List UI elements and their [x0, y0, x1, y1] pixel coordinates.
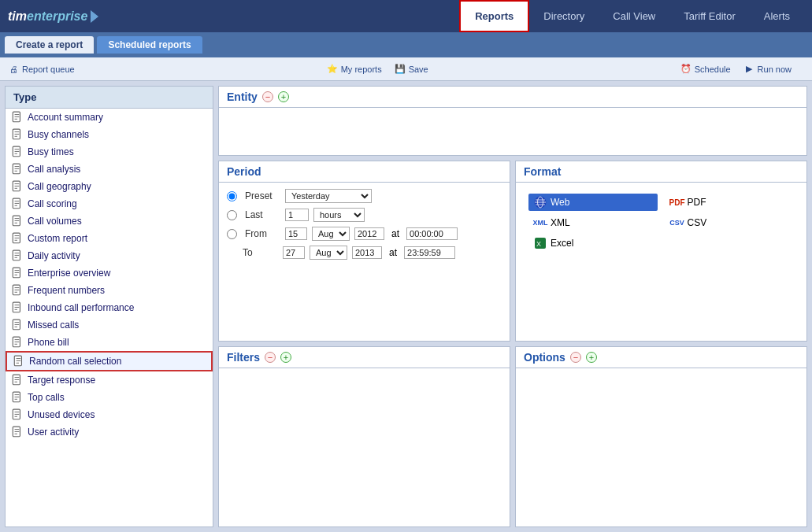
- excel-icon: X: [533, 237, 547, 249]
- star-icon: ⭐: [327, 64, 338, 75]
- item-label: Call analysis: [28, 164, 80, 175]
- format-pdf-label: PDF: [688, 197, 706, 208]
- from-row: From AugJanFebMar AprMayJunJul SepOctNov…: [227, 227, 502, 241]
- list-item-busy-times[interactable]: Busy times: [6, 143, 213, 161]
- from-time-input[interactable]: [406, 227, 458, 240]
- preset-radio[interactable]: [227, 191, 237, 201]
- nav-item-tariff-editor[interactable]: Tariff Editor: [669, 0, 750, 32]
- item-label: Frequent numbers: [28, 285, 105, 296]
- format-csv[interactable]: CSV CSV: [666, 214, 795, 231]
- format-pdf[interactable]: PDF PDF: [666, 194, 795, 211]
- list-item-unused-devices[interactable]: Unused devices: [6, 406, 213, 423]
- list-item-custom-report[interactable]: Custom report: [6, 230, 213, 247]
- logo-arrow-icon: [91, 10, 98, 23]
- from-date-input[interactable]: [285, 227, 307, 240]
- from-label: From: [245, 228, 280, 239]
- period-panel: Period Preset Yesterday Today This week …: [218, 161, 510, 342]
- to-month-select[interactable]: AugJanFebMar AprMayJunJul SepOctNovDec: [310, 246, 347, 260]
- to-time-input[interactable]: [404, 246, 455, 259]
- last-row: Last hours days weeks: [227, 208, 502, 222]
- list-item-busy-channels[interactable]: Busy channels: [6, 126, 213, 143]
- last-unit-select[interactable]: hours days weeks: [313, 208, 365, 222]
- list-item-top-calls[interactable]: Top calls: [6, 389, 213, 406]
- last-num-input[interactable]: [285, 209, 309, 221]
- item-label: Account summary: [28, 112, 103, 123]
- item-label: Busy times: [28, 146, 74, 157]
- options-body: [516, 368, 806, 526]
- format-grid: Web PDF PDF XML XML CSV CSV: [524, 189, 799, 257]
- list-item-random-call-selection[interactable]: Random call selection: [6, 351, 213, 371]
- filters-title: Filters: [227, 351, 260, 364]
- options-plus-icon[interactable]: +: [586, 352, 597, 363]
- logo-enterprise: enterprise: [27, 9, 87, 24]
- run-icon: ▶: [743, 64, 755, 75]
- nav-item-alerts[interactable]: Alerts: [750, 0, 804, 32]
- period-title: Period: [227, 165, 261, 178]
- from-month-select[interactable]: AugJanFebMar AprMayJunJul SepOctNovDec: [312, 227, 350, 241]
- my-reports-label: My reports: [341, 65, 382, 74]
- top-navigation: timenterprise Reports Directory Call Vie…: [0, 0, 812, 32]
- schedule-label: Schedule: [695, 65, 731, 74]
- entity-title: Entity: [227, 91, 258, 103]
- report-queue-button[interactable]: 🖨 Report queue: [8, 64, 75, 75]
- list-item-inbound-call-performance[interactable]: Inbound call performance: [6, 299, 213, 316]
- entity-plus-icon[interactable]: +: [278, 91, 289, 102]
- run-now-label: Run now: [758, 65, 792, 74]
- preset-select[interactable]: Yesterday Today This week Last week This…: [285, 189, 372, 203]
- tab-scheduled-reports[interactable]: Scheduled reports: [97, 36, 202, 54]
- from-year-input[interactable]: [354, 227, 384, 240]
- format-xml[interactable]: XML XML: [528, 214, 658, 231]
- app-logo: timenterprise: [8, 9, 98, 24]
- list-item-daily-activity[interactable]: Daily activity: [6, 247, 213, 264]
- schedule-button[interactable]: ⏰ Schedule: [680, 64, 731, 75]
- filters-plus-icon[interactable]: +: [280, 352, 291, 363]
- list-item-call-volumes[interactable]: Call volumes: [6, 212, 213, 230]
- item-label: Inbound call performance: [28, 302, 134, 313]
- period-body: Preset Yesterday Today This week Last we…: [219, 183, 510, 341]
- toolbar: 🖨 Report queue ⭐ My reports 💾 Save ⏰ Sch…: [0, 57, 812, 81]
- run-now-button[interactable]: ▶ Run now: [743, 64, 792, 75]
- document-icon: [12, 374, 23, 386]
- list-item-phone-bill[interactable]: Phone bill: [6, 334, 213, 351]
- format-excel[interactable]: X Excel: [528, 235, 658, 252]
- pdf-icon: PDF: [670, 196, 684, 209]
- tab-create-report[interactable]: Create a report: [5, 36, 94, 54]
- entity-minus-icon[interactable]: −: [262, 91, 273, 102]
- format-web[interactable]: Web: [528, 194, 658, 211]
- schedule-icon: ⏰: [680, 64, 691, 75]
- to-date-input[interactable]: [283, 246, 305, 259]
- list-item-call-geography[interactable]: Call geography: [6, 178, 213, 195]
- web-icon: [533, 196, 547, 209]
- list-item-call-scoring[interactable]: Call scoring: [6, 195, 213, 212]
- last-radio[interactable]: [227, 210, 237, 220]
- document-icon: [12, 232, 23, 245]
- save-button[interactable]: 💾 Save: [395, 64, 428, 75]
- item-label: User activity: [28, 427, 79, 438]
- list-item-enterprise-overview[interactable]: Enterprise overview: [6, 264, 213, 282]
- list-item-missed-calls[interactable]: Missed calls: [6, 316, 213, 334]
- to-label: To: [243, 247, 278, 258]
- filters-minus-icon[interactable]: −: [265, 352, 276, 363]
- document-icon: [12, 180, 23, 193]
- list-item-call-analysis[interactable]: Call analysis: [6, 161, 213, 178]
- from-radio[interactable]: [227, 229, 237, 239]
- to-year-input[interactable]: [352, 246, 382, 259]
- my-reports-button[interactable]: ⭐ My reports: [327, 64, 382, 75]
- format-body: Web PDF PDF XML XML CSV CSV: [516, 183, 806, 341]
- options-header: Options − +: [516, 347, 806, 368]
- nav-item-directory[interactable]: Directory: [529, 0, 599, 32]
- item-label: Call geography: [28, 181, 91, 192]
- csv-icon: CSV: [670, 216, 684, 229]
- nav-item-reports[interactable]: Reports: [459, 0, 529, 32]
- options-minus-icon[interactable]: −: [570, 352, 581, 363]
- document-icon: [12, 146, 23, 158]
- item-label: Random call selection: [29, 356, 121, 367]
- list-item-frequent-numbers[interactable]: Frequent numbers: [6, 282, 213, 299]
- document-icon: [12, 426, 23, 438]
- list-item-account-summary[interactable]: Account summary: [6, 109, 213, 126]
- xml-icon: XML: [533, 216, 547, 229]
- logo-tim: tim: [8, 9, 27, 24]
- list-item-target-response[interactable]: Target response: [6, 371, 213, 389]
- list-item-user-activity[interactable]: User activity: [6, 423, 213, 441]
- nav-item-call-view[interactable]: Call View: [599, 0, 669, 32]
